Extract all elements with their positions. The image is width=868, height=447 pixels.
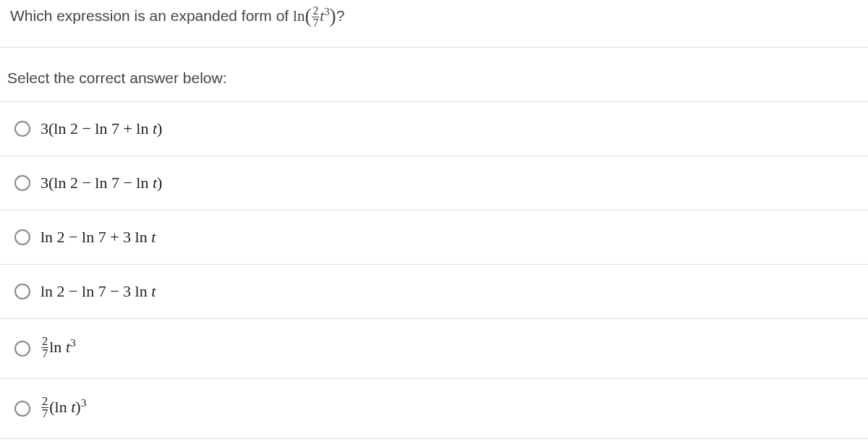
option-1-text: 3(ln 2 − ln 7 + ln t)	[41, 119, 162, 138]
question-expression: ln(27t3)	[293, 7, 336, 25]
radio-icon	[14, 284, 30, 299]
radio-icon	[14, 341, 30, 357]
option-5-text: 27ln t3	[41, 336, 76, 361]
option-4[interactable]: ln 2 − ln 7 − 3 ln t	[0, 265, 868, 319]
radio-icon	[14, 401, 30, 417]
option-1[interactable]: 3(ln 2 − ln 7 + ln t)	[0, 102, 868, 156]
option-6-text: 27(ln t)3	[41, 396, 86, 421]
answer-prompt: Select the correct answer below:	[0, 48, 868, 102]
question-text: Which expression is an expanded form of …	[0, 0, 868, 48]
radio-icon	[14, 229, 30, 245]
question-prefix: Which expression is an expanded form of	[10, 7, 293, 24]
radio-icon	[14, 175, 30, 191]
option-4-text: ln 2 − ln 7 − 3 ln t	[41, 282, 156, 301]
option-2[interactable]: 3(ln 2 − ln 7 − ln t)	[0, 156, 868, 210]
option-3[interactable]: ln 2 − ln 7 + 3 ln t	[0, 210, 868, 265]
question-suffix: ?	[336, 7, 345, 24]
option-6[interactable]: 27(ln t)3	[0, 379, 868, 439]
option-3-text: ln 2 − ln 7 + 3 ln t	[41, 228, 156, 247]
option-2-text: 3(ln 2 − ln 7 − ln t)	[41, 174, 162, 192]
option-5[interactable]: 27ln t3	[0, 319, 868, 379]
radio-icon	[14, 121, 30, 137]
